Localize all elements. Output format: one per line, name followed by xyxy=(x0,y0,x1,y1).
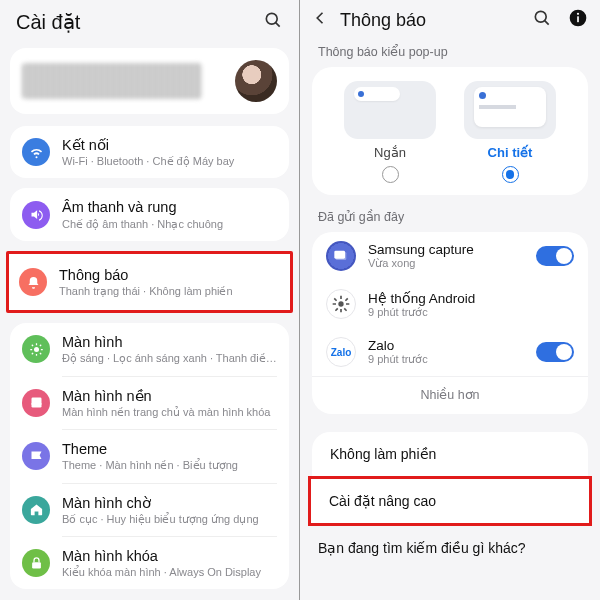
svg-line-14 xyxy=(545,21,549,25)
app-name: Zalo xyxy=(368,338,524,353)
popup-style-label: Thông báo kiểu pop-up xyxy=(300,38,600,63)
recent-app-row[interactable]: Samsung captureVừa xong xyxy=(312,232,588,280)
zalo-icon: Zalo xyxy=(326,337,356,367)
profile-name-blurred xyxy=(22,63,202,99)
back-icon[interactable] xyxy=(312,9,330,31)
recent-app-row[interactable]: Hệ thống Android9 phút trước xyxy=(312,280,588,328)
advanced-settings-row[interactable]: Cài đặt nâng cao xyxy=(308,476,592,526)
more-button[interactable]: Nhiều hơn xyxy=(312,376,588,414)
toggle-switch-on[interactable] xyxy=(536,246,574,266)
row-subtitle: Thanh trạng thái · Không làm phiền xyxy=(59,284,280,298)
row-title: Màn hình chờ xyxy=(62,494,277,512)
row-title: Màn hình xyxy=(62,333,277,351)
settings-row-bell-highlighted[interactable]: Thông báoThanh trạng thái · Không làm ph… xyxy=(6,251,293,313)
settings-row-bell[interactable]: Thông báoThanh trạng thái · Không làm ph… xyxy=(9,254,290,310)
radio-selected[interactable] xyxy=(502,166,519,183)
row-subtitle: Theme · Màn hình nền · Biểu tượng xyxy=(62,458,277,472)
row-title: Màn hình khóa xyxy=(62,547,277,565)
svg-point-20 xyxy=(338,301,343,306)
settings-row-sun[interactable]: Màn hìnhĐộ sáng · Lọc ánh sáng xanh · Th… xyxy=(10,323,289,375)
toggle-switch-on[interactable] xyxy=(536,342,574,362)
row-subtitle: Kiểu khóa màn hình · Always On Display xyxy=(62,565,277,579)
svg-line-7 xyxy=(31,345,32,346)
footer-question: Bạn đang tìm kiếm điều gì khác? xyxy=(300,526,600,556)
svg-line-8 xyxy=(39,353,40,354)
row-title: Màn hình nền xyxy=(62,387,277,405)
settings-row-wall[interactable]: Màn hình nềnMàn hình nền trang chủ và mà… xyxy=(10,377,289,429)
settings-row-lock[interactable]: Màn hình khóaKiểu khóa màn hình · Always… xyxy=(10,537,289,589)
app-time: Vừa xong xyxy=(368,257,524,270)
recent-app-row[interactable]: ZaloZalo9 phút trước xyxy=(312,328,588,376)
row-subtitle: Độ sáng · Lọc ánh sáng xanh · Thanh điều… xyxy=(62,351,277,365)
lock-icon xyxy=(22,549,50,577)
sun-icon xyxy=(22,335,50,363)
settings-row-sound[interactable]: Âm thanh và rungChế độ âm thanh · Nhạc c… xyxy=(10,188,289,240)
notifications-title: Thông báo xyxy=(340,10,522,31)
svg-point-0 xyxy=(266,13,277,24)
svg-point-13 xyxy=(535,11,546,22)
svg-rect-16 xyxy=(577,16,579,22)
svg-rect-12 xyxy=(32,562,41,568)
app-name: Samsung capture xyxy=(368,242,524,257)
row-title: Âm thanh và rung xyxy=(62,198,277,216)
settings-row-theme[interactable]: ThemeTheme · Màn hình nền · Biểu tượng xyxy=(10,430,289,482)
settings-row-wifi[interactable]: Kết nốiWi-Fi · Bluetooth · Chế độ Máy ba… xyxy=(10,126,289,178)
app-time: 9 phút trước xyxy=(368,306,574,319)
dnd-row[interactable]: Không làm phiền xyxy=(312,432,588,476)
row-subtitle: Bố cục · Huy hiệu biểu tượng ứng dụng xyxy=(62,512,277,526)
popup-style-detail[interactable]: Chi tiết xyxy=(459,81,561,183)
info-icon[interactable] xyxy=(568,8,588,32)
settings-row-home[interactable]: Màn hình chờBố cục · Huy hiệu biểu tượng… xyxy=(10,484,289,536)
row-title: Thông báo xyxy=(59,266,280,284)
radio-unselected[interactable] xyxy=(382,166,399,183)
app-name: Hệ thống Android xyxy=(368,290,574,306)
wall-icon xyxy=(22,389,50,417)
row-subtitle: Màn hình nền trang chủ và màn hình khóa xyxy=(62,405,277,419)
popup-style-short[interactable]: Ngắn xyxy=(339,81,441,183)
svg-point-2 xyxy=(34,347,39,352)
svg-line-1 xyxy=(276,23,280,27)
bell-icon xyxy=(19,268,47,296)
sound-icon xyxy=(22,201,50,229)
row-title: Kết nối xyxy=(62,136,277,154)
avatar xyxy=(235,60,277,102)
app-time: 9 phút trước xyxy=(368,353,524,366)
settings-title: Cài đặt xyxy=(16,10,80,34)
svg-rect-19 xyxy=(334,251,345,259)
profile-card[interactable] xyxy=(10,48,289,114)
svg-line-10 xyxy=(39,345,40,346)
wifi-icon xyxy=(22,138,50,166)
recent-label: Đã gửi gần đây xyxy=(300,203,600,228)
android-system-icon xyxy=(326,289,356,319)
search-icon[interactable] xyxy=(263,10,283,34)
theme-icon xyxy=(22,442,50,470)
row-title: Theme xyxy=(62,440,277,458)
svg-line-9 xyxy=(31,353,32,354)
home-icon xyxy=(22,496,50,524)
row-subtitle: Wi-Fi · Bluetooth · Chế độ Máy bay xyxy=(62,154,277,168)
samsung-capture-icon xyxy=(326,241,356,271)
search-icon[interactable] xyxy=(532,8,552,32)
row-subtitle: Chế độ âm thanh · Nhạc chuông xyxy=(62,217,277,231)
svg-point-17 xyxy=(577,13,579,15)
